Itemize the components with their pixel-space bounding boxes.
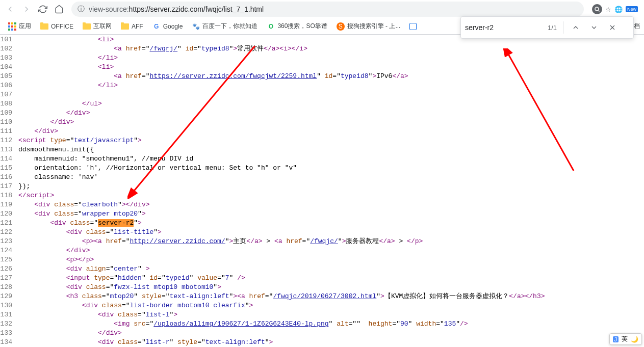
folder-icon <box>121 23 129 30</box>
line-code: <div class="list-border mbotom10 clearfi… <box>18 301 253 310</box>
source-line: 113ddsmoothmenu.init({ <box>0 145 644 154</box>
line-code: <li> <box>18 63 114 72</box>
source-view[interactable]: 101 <li>102 <a href="/fwqrj/" id="typeid… <box>0 35 644 347</box>
line-code: <div class="list-title"> <box>18 228 162 237</box>
source-line: 103 </li> <box>0 54 644 63</box>
source-line: 115 orientation: 'h', //Horizontal or ve… <box>0 164 644 173</box>
zoom-icon[interactable] <box>592 4 602 14</box>
bookmark-google[interactable]: GGoogle <box>148 20 187 33</box>
line-code: <a href="/fwqrj/" id="typeid8">常用软件</a><… <box>18 44 307 54</box>
extension-globe-icon[interactable]: 🌐 <box>614 6 623 13</box>
line-number: 125 <box>0 255 18 264</box>
extension-new-icon[interactable]: New <box>626 6 638 12</box>
line-number: 105 <box>0 72 18 81</box>
source-line: 110 </div> <box>0 118 644 127</box>
line-code: </li> <box>18 54 118 63</box>
line-number: 108 <box>0 99 18 109</box>
omnibox[interactable]: ⓘ view-source:https://server.zzidc.com/f… <box>71 2 584 17</box>
line-code: classname: 'nav' <box>18 173 98 182</box>
apps-button[interactable]: 应用 <box>4 20 35 33</box>
line-code: }); <box>18 182 30 191</box>
bookmark-sogou[interactable]: S搜狗搜索引擎 - 上... <box>332 20 405 33</box>
url-text: view-source:https://server.zzidc.com/fwq… <box>89 5 578 13</box>
source-line: 118</script> <box>0 191 644 200</box>
line-code: <div class="list-l"> <box>18 310 177 319</box>
line-number: 128 <box>0 283 18 292</box>
line-code: <div class="list-r" style="text-align:le… <box>18 338 273 347</box>
line-code: ddsmoothmenu.init({ <box>18 145 94 154</box>
line-number: 110 <box>0 118 18 127</box>
line-code: <input type="hidden" id="typeid" value="… <box>18 274 245 283</box>
source-line: 133 </div> <box>0 329 644 338</box>
site-info-icon[interactable]: ⓘ <box>78 5 85 14</box>
line-number: 116 <box>0 173 18 182</box>
find-in-page-bar: 1/1 <box>460 16 634 39</box>
line-code: </div> <box>18 109 90 118</box>
source-line: 129 <h3 class="mtop20" style="text-align… <box>0 292 644 301</box>
line-number: 115 <box>0 164 18 173</box>
line-number: 109 <box>0 109 18 118</box>
source-line: 125 <p></p> <box>0 255 644 264</box>
line-code: orientation: 'h', //Horizontal or vertic… <box>18 164 297 173</box>
bookmark-star-icon[interactable]: ☆ <box>605 6 611 13</box>
bookmark-office[interactable]: OFFICE <box>36 21 78 32</box>
line-code: mainmenuid: "smoothmenu1", //menu DIV id <box>18 154 193 164</box>
line-number: 111 <box>0 127 18 136</box>
source-line: 107 <box>0 90 644 99</box>
google-icon: G <box>152 22 161 31</box>
source-line: 122 <div class="list-title"> <box>0 228 644 237</box>
extension-icons: ☆ 🌐 New <box>589 4 641 14</box>
folder-icon <box>83 23 91 30</box>
folder-icon <box>40 23 48 30</box>
line-number: 107 <box>0 90 18 99</box>
line-code: </li> <box>18 81 118 90</box>
line-number: 132 <box>0 319 18 329</box>
bookmark-aff[interactable]: AFF <box>117 21 147 32</box>
generic-icon <box>409 23 417 30</box>
line-code: </ul> <box>18 99 102 109</box>
bookmark-internet[interactable]: 互联网 <box>79 20 116 33</box>
bookmark-label: 互联网 <box>93 22 112 31</box>
bookmark-label: Google <box>163 23 183 30</box>
source-line: 128 <div class="fwzx-list mtop10 mbotom1… <box>0 283 644 292</box>
source-line: 112<script type="text/javascript"> <box>0 136 644 145</box>
source-line: 108 </ul> <box>0 99 644 109</box>
bookmark-360[interactable]: O360搜索，SO靠谱 <box>263 20 331 33</box>
line-code: <div class="wrapper mtop20"> <box>18 209 146 219</box>
line-number: 133 <box>0 329 18 338</box>
forward-button[interactable] <box>19 2 34 16</box>
svg-point-0 <box>595 7 599 11</box>
source-line: 134 <div class="list-r" style="text-alig… <box>0 338 644 347</box>
back-button[interactable] <box>3 2 17 16</box>
ime-indicator[interactable]: J 英 🌙 <box>609 333 642 345</box>
reload-button[interactable] <box>36 2 50 16</box>
line-number: 124 <box>0 246 18 255</box>
find-close-button[interactable] <box>606 21 619 34</box>
line-number: 120 <box>0 209 18 219</box>
line-code: <img src="/uploads/allimg/190627/1-1Z62G… <box>18 319 468 329</box>
find-next-button[interactable] <box>588 21 600 34</box>
line-number: 103 <box>0 54 18 63</box>
bookmark-baidu[interactable]: 🐾百度一下，你就知道 <box>188 20 262 33</box>
source-line: 130 <div class="list-border mbotom10 cle… <box>0 301 644 310</box>
bookmark-more[interactable] <box>405 21 421 32</box>
source-line: 123 <p><a href="http://server.zzidc.com/… <box>0 237 644 246</box>
line-number: 102 <box>0 44 18 54</box>
source-line: 105 <a href="https://server.zzidc.com/fw… <box>0 72 644 81</box>
bookmark-label: 应用 <box>19 22 31 31</box>
source-line: 104 <li> <box>0 63 644 72</box>
line-code: <p></p> <box>18 255 94 264</box>
find-input[interactable] <box>465 23 542 32</box>
line-number: 126 <box>0 264 18 274</box>
separator <box>563 21 563 34</box>
line-number: 127 <box>0 274 18 283</box>
line-number: 113 <box>0 145 18 154</box>
source-line: 102 <a href="/fwqrj/" id="typeid8">常用软件<… <box>0 44 644 54</box>
home-button[interactable] <box>52 2 66 16</box>
line-code: </div> <box>18 127 58 136</box>
bookmark-label: OFFICE <box>51 23 73 30</box>
line-number: 129 <box>0 292 18 301</box>
find-prev-button[interactable] <box>570 21 582 34</box>
line-number: 119 <box>0 200 18 209</box>
source-line: 109 </div> <box>0 109 644 118</box>
